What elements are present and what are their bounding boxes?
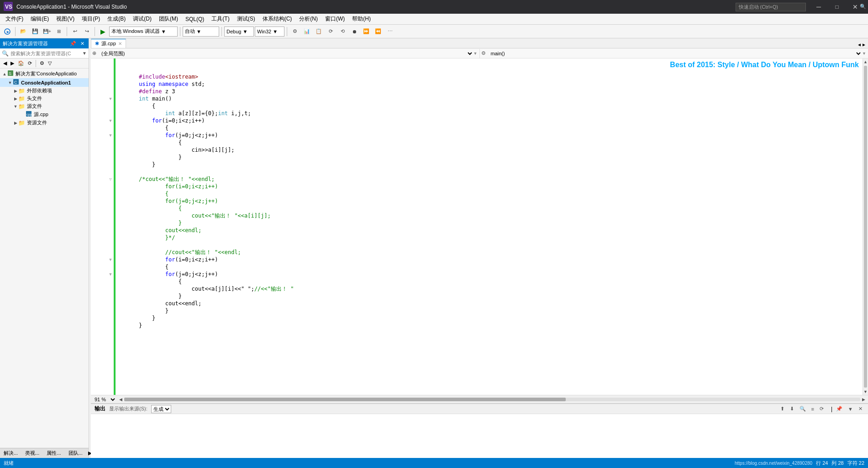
sidebar-close-button[interactable]: ✕ — [79, 41, 86, 47]
menu-tools[interactable]: 工具(T) — [208, 14, 233, 24]
tree-btn-home[interactable]: 🏠 — [16, 60, 26, 66]
tab-scroll-right[interactable]: ▶ — [862, 41, 866, 48]
tree-btn-filter[interactable]: ▽ — [47, 60, 53, 66]
tab-class-view[interactable]: 类视... — [21, 449, 43, 457]
toolbar-new-project[interactable]: ➤ — [2, 27, 13, 37]
toolbar-save[interactable]: 💾 — [30, 27, 41, 37]
tree-project[interactable]: ▼ C ConsoleApplication1 — [0, 78, 89, 87]
sidebar-search-input[interactable] — [11, 51, 82, 56]
toolbar-btn-11[interactable]: ⟲ — [337, 27, 348, 37]
scrollbar-thumb[interactable] — [864, 66, 867, 388]
menubar: 文件(F) 编辑(E) 视图(V) 项目(P) 生成(B) 调试(D) 团队(M… — [0, 14, 868, 25]
tree-source-cpp[interactable]: cpp 源.cpp — [0, 110, 89, 119]
status-char: 字符 22 — [847, 460, 864, 467]
toolbar-btn-9[interactable]: 📋 — [313, 27, 324, 37]
menu-build[interactable]: 生成(B) — [104, 14, 129, 24]
tab-source-cpp-close[interactable]: ✕ — [118, 41, 122, 46]
toolbar-save-all[interactable]: 💾+ — [42, 27, 53, 37]
menu-sql[interactable]: SQL(Q) — [182, 15, 208, 23]
line-code-26: for(i=0;i<z;i++) — [114, 256, 863, 263]
toolbar-btn-10[interactable]: ⟳ — [325, 27, 336, 37]
ext-deps-expand-icon: ▶ — [13, 89, 18, 93]
toolbar-btn-12[interactable]: ⏺ — [349, 27, 360, 37]
code-row-25: //cout<<"输出！ "<<endl; — [91, 249, 863, 256]
search-dropdown-arrow[interactable]: ▼ — [82, 51, 87, 56]
toolbar-btn-14[interactable]: ⏪ — [373, 27, 384, 37]
menu-analyze[interactable]: 分析(N) — [295, 14, 321, 24]
toolbar-open[interactable]: 📂 — [18, 27, 29, 37]
tree-ext-deps[interactable]: ▶ 📁 外部依赖项 — [0, 87, 89, 95]
horizontal-scrollbar[interactable]: ◀ ▶ — [118, 397, 866, 402]
menu-help[interactable]: 帮助(H) — [348, 14, 374, 24]
h-scroll-right[interactable]: ▶ — [861, 397, 866, 402]
output-menu[interactable]: ▼ — [846, 405, 855, 413]
zoom-dropdown[interactable]: 91 % 100 % 75 % 50 % — [93, 396, 116, 403]
h-scroll-left[interactable]: ◀ — [118, 397, 123, 402]
toolbar-redo[interactable]: ↪ — [81, 27, 92, 37]
menu-view[interactable]: 视图(V) — [53, 14, 78, 24]
close-button[interactable]: ✕ — [846, 0, 864, 13]
code-row-24 — [91, 241, 863, 249]
menu-arch[interactable]: 体系结构(C) — [259, 14, 296, 24]
menu-team[interactable]: 团队(M) — [155, 14, 182, 24]
scrollbar-down[interactable]: ▼ — [863, 388, 868, 395]
quick-launch[interactable]: 快速启动 (Ctrl+Q) 🔍 — [736, 3, 806, 11]
output-source-select[interactable]: 生成 调试 常规 — [151, 405, 171, 413]
toolbar-btn-8[interactable]: 📊 — [301, 27, 312, 37]
toolbar-save-3[interactable]: ⊞ — [53, 27, 64, 37]
output-btn-2[interactable]: ⬇ — [788, 405, 796, 413]
tree-header-files[interactable]: ▶ 📁 头文件 — [0, 95, 89, 102]
toolbar-start-debug[interactable]: ▶ — [97, 27, 108, 37]
tab-solution[interactable]: 解决... — [0, 449, 21, 457]
svg-text:cpp: cpp — [26, 113, 32, 117]
tab-team[interactable]: 团队... — [65, 449, 86, 457]
menu-file[interactable]: 文件(F) — [2, 14, 27, 24]
menu-project[interactable]: 项目(P) — [78, 14, 104, 24]
output-btn-1[interactable]: ⬆ — [779, 405, 786, 413]
menu-edit[interactable]: 编辑(E) — [27, 14, 53, 24]
tab-properties[interactable]: 属性... — [43, 449, 64, 457]
tree-btn-refresh[interactable]: ⟳ — [26, 60, 33, 66]
auto-dropdown[interactable]: 自动 ▼ — [183, 27, 219, 37]
collapse-14 — [107, 168, 114, 176]
tree-btn-settings[interactable]: ⚙ — [38, 60, 46, 66]
h-scrollbar-track[interactable] — [124, 398, 860, 401]
editor-scrollbar-y[interactable]: ▲ ▼ — [863, 58, 868, 395]
menu-test[interactable]: 测试(S) — [233, 14, 259, 24]
tree-source-files[interactable]: ▼ 📁 源文件 — [0, 102, 89, 110]
toolbar-btn-13[interactable]: ⏩ — [361, 27, 372, 37]
tab-scroll-left[interactable]: ◀ — [857, 41, 862, 48]
toolbar-separator-5 — [221, 27, 222, 36]
code-row-4: ▼ int main() — [91, 95, 863, 102]
tree-solution[interactable]: ▲ S 解决方案'ConsoleApplicatio — [0, 69, 89, 78]
minimize-button[interactable]: ─ — [810, 0, 828, 13]
tab-source-cpp[interactable]: ✱ 源.cpp ✕ — [91, 39, 126, 48]
output-btn-4[interactable]: ≡ — [810, 405, 816, 413]
output-close[interactable]: ✕ — [857, 405, 864, 413]
tree-btn-forward[interactable]: ▶ — [9, 60, 16, 66]
toolbar-undo[interactable]: ↩ — [69, 27, 80, 37]
scrollbar-up[interactable]: ▲ — [863, 58, 868, 65]
h-scrollbar-thumb[interactable] — [124, 398, 566, 401]
toolbar-btn-15[interactable]: ⋯ — [384, 27, 395, 37]
tree-btn-back[interactable]: ◀ — [2, 60, 8, 66]
debug-mode-dropdown[interactable]: Debug ▼ — [224, 27, 254, 37]
line-num-3 — [91, 88, 107, 95]
debug-target-dropdown[interactable]: 本地 Windows 调试器 ▼ — [109, 27, 178, 37]
tree-resource-files[interactable]: ▶ 📁 资源文件 — [0, 119, 89, 127]
platform-dropdown[interactable]: Win32 ▼ — [255, 27, 284, 37]
output-btn-5[interactable]: ⟳ — [818, 405, 826, 413]
function-dropdown[interactable]: main() — [487, 49, 863, 58]
output-btn-3[interactable]: 🔍 — [798, 405, 808, 413]
sidebar-pin-button[interactable]: 📌 — [68, 41, 78, 47]
menu-window[interactable]: 窗口(W) — [321, 14, 348, 24]
toolbar-btn-7[interactable]: ⚙ — [289, 27, 300, 37]
output-pin[interactable]: 📌 — [834, 405, 844, 413]
cpp-label: 源.cpp — [34, 111, 48, 118]
maximize-button[interactable]: □ — [828, 0, 846, 13]
scope-dropdown[interactable]: (全局范围) — [98, 49, 473, 58]
code-content[interactable]: #include<iostream> using namespace std; … — [91, 58, 863, 395]
menu-debug[interactable]: 调试(D) — [129, 14, 155, 24]
nav-bar: ⊕ (全局范围) ▼ ⚙ main() ▼ — [91, 48, 868, 58]
code-row-21: } — [91, 219, 863, 227]
